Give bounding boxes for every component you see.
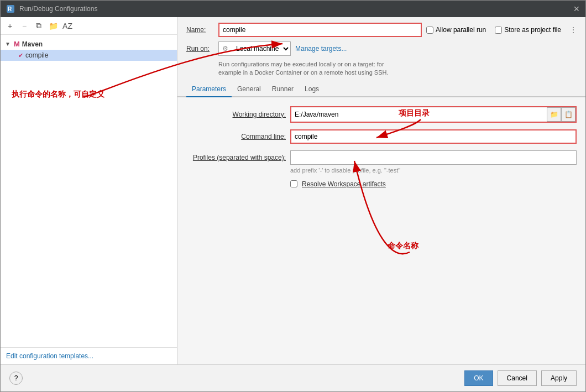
profiles-input[interactable] bbox=[290, 150, 577, 165]
working-dir-label: Working directory: bbox=[186, 111, 286, 118]
tab-runner[interactable]: Runner bbox=[266, 82, 299, 97]
svg-text:R: R bbox=[8, 6, 12, 12]
footer-right: OK Cancel Apply bbox=[464, 370, 577, 386]
help-button[interactable]: ? bbox=[9, 372, 23, 385]
run-description: Run configurations may be executed local… bbox=[218, 60, 577, 77]
title-bar: R Run/Debug Configurations ✕ bbox=[1, 1, 585, 17]
run-on-select-wrapper[interactable]: ⚙ Local machine bbox=[218, 41, 291, 56]
profiles-label: Profiles (separated with space): bbox=[186, 154, 286, 161]
name-row: Name: Allow parallel run Store as projec… bbox=[186, 23, 577, 37]
resolve-workspace-label: Resolve Workspace artifacts bbox=[302, 180, 386, 188]
tab-general[interactable]: General bbox=[232, 82, 266, 97]
run-on-icon: ⚙ bbox=[219, 45, 232, 53]
title-text: Run/Debug Configurations bbox=[19, 5, 97, 13]
sort-button[interactable]: AZ bbox=[61, 20, 74, 32]
compile-icon: ✔ bbox=[18, 52, 23, 59]
tab-parameters[interactable]: Parameters bbox=[186, 82, 232, 97]
resolve-workspace-checkbox[interactable] bbox=[290, 180, 297, 187]
sidebar-tree: ▼ M Maven ✔ compile bbox=[1, 35, 177, 347]
sidebar-toolbar: + − ⧉ 📁 AZ bbox=[1, 17, 177, 35]
store-as-project-label: Store as project file bbox=[504, 26, 561, 34]
command-line-input-wrapper bbox=[290, 129, 577, 144]
profiles-input-wrapper bbox=[290, 150, 577, 165]
store-as-project-option: Store as project file bbox=[495, 26, 561, 34]
maven-icon: M bbox=[14, 40, 20, 48]
main-panel: Name: Allow parallel run Store as projec… bbox=[177, 17, 585, 364]
tabs-bar: Parameters General Runner Logs bbox=[177, 82, 585, 97]
command-line-row: Command line: bbox=[186, 129, 577, 144]
maven-group-label: Maven bbox=[22, 40, 43, 48]
remove-config-button[interactable]: − bbox=[18, 20, 30, 32]
compile-label: compile bbox=[25, 51, 48, 59]
command-line-input[interactable] bbox=[290, 129, 577, 144]
more-options-icon[interactable]: ⋮ bbox=[570, 26, 577, 34]
tab-content-parameters: Working directory: 📁 📋 Command line: bbox=[177, 97, 585, 364]
profiles-row: Profiles (separated with space): bbox=[186, 150, 577, 165]
tree-group-maven: ▼ M Maven ✔ compile bbox=[1, 37, 177, 62]
ok-button[interactable]: OK bbox=[464, 370, 493, 386]
app-icon: R bbox=[6, 4, 15, 13]
manage-targets-link[interactable]: Manage targets... bbox=[295, 45, 347, 53]
copy-config-button[interactable]: ⧉ bbox=[33, 20, 45, 32]
tree-item-maven[interactable]: ▼ M Maven bbox=[1, 38, 177, 50]
name-label: Name: bbox=[186, 26, 214, 34]
run-on-select[interactable]: Local machine bbox=[232, 44, 290, 53]
close-button[interactable]: ✕ bbox=[573, 4, 580, 13]
allow-parallel-option: Allow parallel run bbox=[426, 26, 486, 34]
store-as-project-checkbox[interactable] bbox=[495, 27, 502, 34]
allow-parallel-label: Allow parallel run bbox=[436, 26, 486, 34]
expand-arrow-icon: ▼ bbox=[5, 41, 12, 47]
allow-parallel-checkbox[interactable] bbox=[426, 27, 433, 34]
footer-left: ? bbox=[9, 372, 23, 385]
run-on-label: Run on: bbox=[186, 45, 214, 53]
edit-templates-link[interactable]: Edit configuration templates... bbox=[6, 352, 93, 360]
resolve-workspace-row: Resolve Workspace artifacts bbox=[290, 180, 577, 188]
cancel-button[interactable]: Cancel bbox=[498, 370, 537, 386]
folder-button[interactable]: 📁 bbox=[47, 20, 59, 32]
profiles-hint: add prefix '-' to disable profile, e.g. … bbox=[290, 167, 577, 174]
tree-item-compile[interactable]: ✔ compile bbox=[1, 50, 177, 61]
apply-button[interactable]: Apply bbox=[541, 370, 577, 386]
dialog-footer: ? OK Cancel Apply bbox=[1, 364, 585, 391]
command-line-label: Command line: bbox=[186, 133, 286, 140]
working-dir-input[interactable] bbox=[291, 108, 547, 121]
name-input[interactable] bbox=[218, 23, 422, 37]
browse-folder-button[interactable]: 📁 bbox=[547, 107, 561, 122]
main-header: Name: Allow parallel run Store as projec… bbox=[177, 17, 585, 82]
insert-macro-button[interactable]: 📋 bbox=[561, 107, 575, 122]
run-on-row: Run on: ⚙ Local machine Manage targets..… bbox=[186, 41, 577, 56]
sidebar: + − ⧉ 📁 AZ ▼ M Maven ✔ compile bbox=[1, 17, 177, 364]
working-dir-row: Working directory: 📁 📋 bbox=[186, 106, 577, 123]
add-config-button[interactable]: + bbox=[4, 20, 16, 32]
tab-logs[interactable]: Logs bbox=[299, 82, 325, 97]
working-dir-input-wrapper: 📁 📋 bbox=[290, 106, 577, 123]
sidebar-footer: Edit configuration templates... bbox=[1, 347, 177, 364]
